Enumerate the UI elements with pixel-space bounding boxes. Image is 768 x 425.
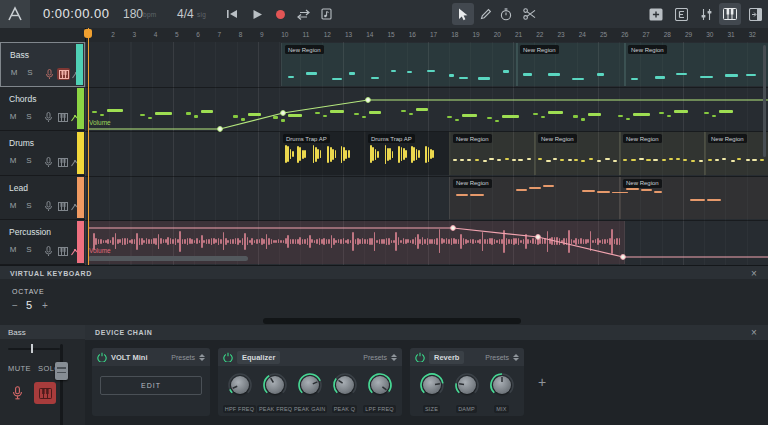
octave-minus-button[interactable]: − <box>12 300 18 311</box>
track-mute-button[interactable]: M <box>8 156 18 165</box>
track-instrument-button[interactable] <box>56 156 69 168</box>
knob-damp[interactable]: DAMP <box>449 370 484 414</box>
lane-drums[interactable]: Drums Trap APDrums Trap APNew RegionNew … <box>85 131 768 177</box>
score-export-button[interactable] <box>315 3 337 25</box>
track-instrument-button[interactable] <box>57 68 70 80</box>
knob-hpf-freq[interactable]: HPF FREQ <box>222 370 257 414</box>
channel-mic-button[interactable] <box>6 382 28 404</box>
region-bass-2[interactable]: New Region <box>624 43 768 86</box>
region-drums-1[interactable]: Drums Trap AP <box>364 132 451 175</box>
device-presets-dropdown[interactable]: Presets <box>363 354 387 361</box>
tempo-value[interactable]: 180 <box>123 7 143 21</box>
presets-updown-icon[interactable] <box>512 353 519 362</box>
region-bass-1[interactable]: New Region <box>516 43 626 86</box>
region-drums-4[interactable]: New Region <box>619 132 706 175</box>
region-drums-0[interactable]: Drums Trap AP <box>279 132 366 175</box>
cut-tool-button[interactable] <box>518 3 540 25</box>
track-solo-button[interactable]: S <box>24 112 34 121</box>
track-header-drums[interactable]: DrumsMS <box>0 131 85 176</box>
channel-mute-button[interactable]: MUTE <box>8 364 31 373</box>
loop-button[interactable] <box>292 3 314 25</box>
device-presets-dropdown[interactable]: Presets <box>171 354 195 361</box>
vertical-scrollbar[interactable] <box>763 45 766 157</box>
draw-tool-button[interactable] <box>475 3 497 25</box>
app-logo[interactable] <box>0 0 30 28</box>
region-lead-0[interactable]: New Region <box>449 177 621 220</box>
track-record-arm-button[interactable] <box>42 245 55 257</box>
volume-fader-track[interactable] <box>60 344 63 425</box>
track-solo-button[interactable]: S <box>24 245 34 254</box>
add-track-panel-button[interactable] <box>645 3 667 25</box>
presets-updown-icon[interactable] <box>198 353 205 362</box>
device-edit-button[interactable]: EDIT <box>100 376 202 395</box>
track-mute-button[interactable]: M <box>8 245 18 254</box>
horizontal-scrollbar[interactable] <box>88 256 248 261</box>
device-power-button[interactable] <box>415 352 425 362</box>
knob-peak-freq[interactable]: PEAK FREQ <box>257 370 292 414</box>
lane-lead[interactable]: New RegionNew Region <box>85 176 768 222</box>
lane-chords[interactable] <box>85 87 768 133</box>
knob-lpf-freq[interactable]: LPF FREQ <box>362 370 397 414</box>
track-header-lead[interactable]: LeadMS <box>0 176 85 221</box>
track-mute-button[interactable]: M <box>9 68 19 77</box>
editor-panel-button[interactable] <box>670 3 692 25</box>
ruler-bar-number: 19 <box>473 31 480 38</box>
track-record-arm-button[interactable] <box>42 112 55 124</box>
midi-note <box>331 235 333 248</box>
lane-bass[interactable]: New RegionNew RegionNew Region <box>85 42 768 88</box>
track-header-percussion[interactable]: PercussionMS <box>0 220 85 265</box>
signature-value[interactable]: 4/4 <box>177 7 194 21</box>
skip-to-start-button[interactable] <box>221 3 243 25</box>
region-drums-3[interactable]: New Region <box>534 132 621 175</box>
octave-plus-button[interactable]: + <box>42 300 48 311</box>
device-power-button[interactable] <box>223 352 233 362</box>
track-header-bass[interactable]: BassMS <box>0 42 85 87</box>
region-drums-5[interactable]: New Region <box>704 132 768 175</box>
device-presets-dropdown[interactable]: Presets <box>485 354 509 361</box>
knob-mix[interactable]: MIX <box>484 370 519 414</box>
device-volt-mini[interactable]: VOLT MiniPresetsEDIT <box>92 348 210 416</box>
track-solo-button[interactable]: S <box>24 201 34 210</box>
arrange-lanes[interactable]: New RegionNew RegionNew RegionDrums Trap… <box>85 42 768 265</box>
stopwatch-tool-button[interactable] <box>495 3 517 25</box>
select-tool-button[interactable] <box>452 3 474 25</box>
track-solo-button[interactable]: S <box>25 68 35 77</box>
device-power-button[interactable] <box>97 352 107 362</box>
volume-fader-handle[interactable] <box>55 362 68 380</box>
presets-updown-icon[interactable] <box>390 353 397 362</box>
track-mute-button[interactable]: M <box>8 112 18 121</box>
region-chords-0[interactable] <box>88 88 768 131</box>
play-button[interactable] <box>246 3 268 25</box>
playhead-handle[interactable] <box>84 29 92 38</box>
region-bass-0[interactable]: New Region <box>281 43 518 86</box>
track-record-arm-button[interactable] <box>42 156 55 168</box>
region-lead-1[interactable]: New Region <box>619 177 768 220</box>
track-solo-button[interactable]: S <box>24 156 34 165</box>
mixer-panel-button[interactable] <box>695 3 717 25</box>
track-record-arm-button[interactable] <box>43 68 56 80</box>
region-drums-2[interactable]: New Region <box>449 132 536 175</box>
device-chain-close-button[interactable]: × <box>751 327 757 338</box>
timeline-ruler[interactable]: 2345678910111213141516171819202122232425… <box>85 28 768 43</box>
track-instrument-button[interactable] <box>56 201 69 213</box>
track-header-chords[interactable]: ChordsMS <box>0 87 85 132</box>
record-button[interactable] <box>269 3 291 25</box>
track-instrument-button[interactable] <box>56 112 69 124</box>
device-equalizer[interactable]: EqualizerPresetsHPF FREQPEAK FREQPEAK GA… <box>218 348 402 416</box>
pan-slider[interactable] <box>8 348 60 350</box>
knob-peak-q[interactable]: PEAK Q <box>327 370 362 414</box>
add-device-button[interactable]: + <box>534 374 550 390</box>
device-panel-button[interactable] <box>744 3 766 25</box>
virtual-keyboard-close-button[interactable]: × <box>751 268 757 279</box>
knob-size[interactable]: SIZE <box>414 370 449 414</box>
keyboard-range-indicator[interactable] <box>263 318 521 324</box>
virtual-keyboard-panel-button[interactable] <box>719 3 741 25</box>
channel-instrument-button[interactable] <box>34 382 56 404</box>
device-reverb[interactable]: ReverbPresetsSIZEDAMPMIX <box>410 348 524 416</box>
time-display[interactable]: 0:00:00.00 <box>43 6 109 21</box>
track-record-arm-button[interactable] <box>42 201 55 213</box>
track-instrument-button[interactable] <box>56 245 69 257</box>
pan-slider-handle[interactable] <box>31 344 33 353</box>
knob-peak-gain[interactable]: PEAK GAIN <box>292 370 327 414</box>
track-mute-button[interactable]: M <box>8 201 18 210</box>
